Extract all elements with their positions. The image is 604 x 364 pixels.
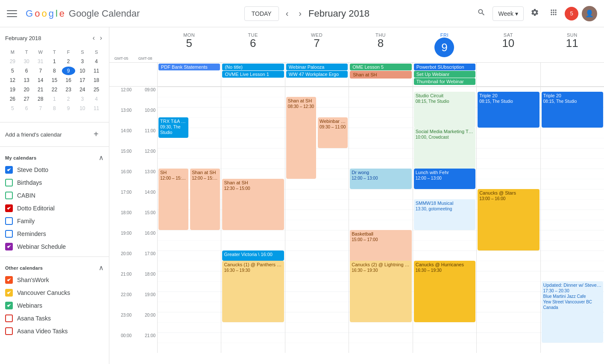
mini-cal-day[interactable]: 12 [6, 76, 19, 84]
calendar-checkbox[interactable] [5, 289, 13, 297]
mini-cal-day[interactable]: 8 [48, 104, 61, 113]
mini-cal-day[interactable]: 6 [20, 67, 33, 75]
mini-cal-day[interactable]: 5 [6, 104, 19, 113]
day-header-thu[interactable]: THU 8 [349, 27, 412, 62]
next-button[interactable]: › [295, 5, 305, 22]
calendar-checkbox[interactable] [5, 166, 13, 174]
my-calendar-item[interactable]: Family [0, 215, 109, 227]
mini-cal-day[interactable]: 9 [62, 67, 75, 75]
mini-cal-day[interactable]: 26 [6, 95, 19, 103]
calendar-event[interactable]: SMMW18 Musical13:30, gotomeeting [414, 199, 475, 230]
mini-cal-day[interactable]: 11 [90, 104, 103, 113]
mini-cal-day[interactable]: 28 [34, 95, 47, 103]
notification-badge[interactable]: 5 [565, 7, 578, 20]
calendar-event[interactable]: Dr wong12:00 – 13:00 [350, 169, 411, 189]
mini-cal-day[interactable]: 4 [90, 57, 103, 66]
all-day-event-ovme[interactable]: OVME Live Lesson 1 [222, 71, 284, 78]
mini-cal-next[interactable]: › [98, 32, 104, 44]
mini-cal-prev[interactable]: ‹ [91, 32, 97, 44]
mini-cal-day[interactable]: 18 [90, 76, 103, 84]
calendar-event[interactable]: Studio Circuit08:15, The Studio [414, 92, 475, 128]
day-header-tue[interactable]: TUE 6 [221, 27, 284, 62]
settings-button[interactable] [527, 5, 542, 22]
calendar-event[interactable]: Canucks @ Stars13:00 – 16:00 [478, 189, 539, 250]
my-calendar-item[interactable]: Dotto Editorial [0, 202, 109, 215]
all-day-event-shan-sh[interactable]: Shan at SH [350, 71, 411, 79]
calendar-event[interactable]: Shan at SH12:30 – 15:00 [222, 179, 284, 230]
day-header-sat[interactable]: SAT 10 [476, 27, 540, 62]
other-calendar-item[interactable]: Asana Tasks [0, 312, 109, 325]
calendar-event[interactable]: Triple 2008:15, The Studio [478, 92, 539, 128]
search-button[interactable] [474, 5, 489, 22]
mini-cal-day[interactable]: 7 [34, 104, 47, 113]
all-day-event-notitle[interactable]: (No title) [222, 64, 284, 70]
calendar-event[interactable]: Canucks (1) @ Panthers (3)16:30 – 19:30 [222, 261, 284, 322]
day-header-wed[interactable]: WED 7 [285, 27, 349, 62]
menu-icon[interactable] [7, 9, 17, 19]
my-calendar-item[interactable]: CABIN [0, 189, 109, 202]
today-button[interactable]: TODAY [244, 6, 279, 21]
mini-cal-day[interactable]: 2 [62, 95, 75, 103]
calendar-event[interactable]: Shan at SH12:00 – 15:… [190, 169, 220, 230]
mini-cal-day[interactable]: 6 [20, 104, 33, 113]
calendar-checkbox[interactable] [5, 276, 13, 284]
all-day-event-ome[interactable]: OME Lesson 5 [350, 64, 411, 70]
my-calendar-item[interactable]: Steve Dotto [0, 163, 109, 176]
all-day-event-setup[interactable]: Set Up Webianr [414, 71, 475, 78]
calendar-event[interactable]: Canucks (2) @ Lightning (5)16:30 – 19:30 [350, 261, 411, 322]
calendar-checkbox[interactable] [5, 243, 13, 250]
calendar-event[interactable]: Webinbar Wednesday09:30 – 11:00 [318, 117, 348, 148]
all-day-event-ww47[interactable]: WW 47 Workplace Ergo [286, 71, 348, 78]
mini-cal-day[interactable]: 30 [20, 57, 33, 66]
mini-cal-day[interactable]: 19 [6, 85, 19, 94]
mini-cal-day[interactable]: 7 [34, 67, 47, 75]
mini-cal-day[interactable]: 4 [90, 95, 103, 103]
mini-cal-day[interactable]: 13 [20, 76, 33, 84]
calendar-event[interactable]: Shan at SH08:30 – 12:30 [286, 97, 316, 179]
mini-cal-day[interactable]: 27 [20, 95, 33, 103]
calendar-checkbox[interactable] [5, 230, 13, 238]
apps-button[interactable] [546, 5, 561, 22]
mini-cal-day[interactable]: 25 [90, 85, 103, 94]
mini-cal-day[interactable]: 5 [6, 67, 19, 75]
mini-cal-day[interactable]: 10 [76, 67, 89, 75]
mini-cal-day[interactable]: 8 [48, 67, 61, 75]
my-calendar-item[interactable]: Birthdays [0, 176, 109, 189]
calendar-checkbox[interactable] [5, 217, 13, 225]
other-calendars-toggle[interactable]: ∧ [99, 264, 104, 272]
day-header-fri[interactable]: FRI 9 [413, 27, 476, 62]
mini-cal-day[interactable]: 23 [62, 85, 75, 94]
calendar-event[interactable]: Lunch with Fehr12:00 – 13:00 [414, 169, 475, 189]
mini-cal-day[interactable]: 10 [76, 104, 89, 113]
other-calendar-item[interactable]: Webinars [0, 299, 109, 312]
mini-cal-day[interactable]: 14 [34, 76, 47, 84]
calendar-event[interactable]: Social Media Marketing T…10:00, Crowdcas… [414, 128, 475, 169]
calendar-event[interactable]: Greater Victoria \ 16:00 [222, 250, 284, 261]
calendar-event[interactable]: Triple 2008:15, The Studio [542, 92, 603, 128]
mini-cal-day[interactable]: 22 [48, 85, 61, 94]
mini-cal-day[interactable]: 15 [48, 76, 61, 84]
calendar-event[interactable]: Canucks @ Hurricanes16:30 – 19:30 [414, 261, 475, 322]
mini-cal-day[interactable]: 29 [6, 57, 19, 66]
mini-cal-day[interactable]: 1 [48, 95, 61, 103]
mini-cal-day[interactable]: 17 [76, 76, 89, 84]
add-friend-calendar[interactable]: Add a friend's calendar + [0, 126, 109, 143]
calendar-event[interactable]: Updated: Dinner w/ Steve & Shannon17:30 … [542, 281, 603, 343]
my-calendar-item[interactable]: Webinar Schedule [0, 240, 109, 253]
other-calendar-item[interactable]: Shan'sWork [0, 274, 109, 286]
my-calendar-item[interactable]: Reminders [0, 227, 109, 240]
mini-cal-day[interactable]: 3 [76, 95, 89, 103]
calendar-event[interactable]: SH12:00 – 15:… [158, 169, 188, 230]
calendar-checkbox[interactable] [5, 204, 13, 212]
calendar-checkbox[interactable] [5, 192, 13, 199]
mini-cal-day[interactable]: 1 [48, 57, 61, 66]
all-day-event-powerbot[interactable]: Powerbot SUbscription [414, 64, 475, 70]
all-day-event-webinar-pal[interactable]: Webinar Palooza [286, 64, 348, 70]
calendar-event[interactable]: TRX T&A (toned & awes…09:30, The Studio [158, 117, 188, 138]
other-calendar-item[interactable]: Asana Video Tasks [0, 325, 109, 338]
prev-button[interactable]: ‹ [282, 5, 292, 22]
calendar-checkbox[interactable] [5, 314, 13, 322]
mini-cal-day[interactable]: 16 [62, 76, 75, 84]
mini-cal-day[interactable]: 3 [76, 57, 89, 66]
mini-cal-day[interactable]: 24 [76, 85, 89, 94]
